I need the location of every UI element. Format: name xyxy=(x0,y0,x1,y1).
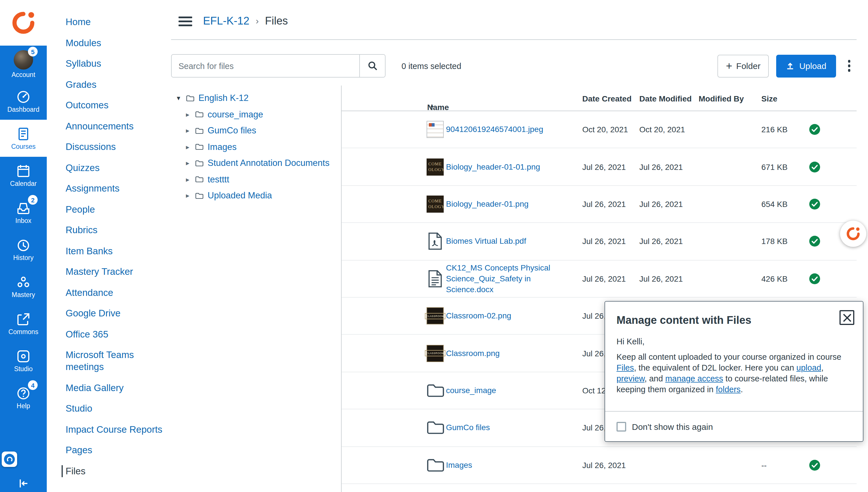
nav-account[interactable]: 5 Account xyxy=(0,46,47,83)
course-nav-item[interactable]: Studio xyxy=(66,402,166,415)
column-header-modified-by[interactable]: Modified By xyxy=(699,94,744,103)
nav-commons[interactable]: Commons xyxy=(0,305,47,342)
file-name-link[interactable]: CK12_MS Concepts Physical Science_Quiz_S… xyxy=(446,263,578,295)
table-row[interactable]: CK12_MS Concepts Physical Science_Quiz_S… xyxy=(342,260,857,298)
tree-folder-label[interactable]: GumCo files xyxy=(208,126,256,136)
tree-folder-label[interactable]: course_image xyxy=(208,109,263,120)
tree-folder-label[interactable]: Images xyxy=(208,142,237,152)
course-nav-item[interactable]: Announcements xyxy=(66,120,166,132)
more-options-kebab-icon[interactable] xyxy=(842,54,857,77)
nav-history[interactable]: History xyxy=(0,231,47,268)
published-status-icon[interactable] xyxy=(809,161,820,172)
expand-triangle-icon[interactable]: ▸ xyxy=(186,110,194,119)
instructure-logo[interactable] xyxy=(0,0,47,46)
file-name-link[interactable]: Classroom-02.png xyxy=(446,311,578,321)
column-header-date-modified[interactable]: Date Modified xyxy=(639,94,692,103)
tree-folder-label[interactable]: testttt xyxy=(208,174,229,185)
file-name-link[interactable]: Classroom.png xyxy=(446,348,578,359)
tree-folder-label[interactable]: Student Annotation Documents xyxy=(208,158,329,169)
nav-mastery[interactable]: Mastery xyxy=(0,268,47,305)
tree-folder-item[interactable]: ▸ Images xyxy=(177,139,339,155)
course-nav-item[interactable]: Office 365 xyxy=(66,328,166,340)
column-header-date-created[interactable]: Date Created xyxy=(582,94,632,103)
course-nav-item[interactable]: Microsoft Teams meetings xyxy=(66,349,166,373)
expand-triangle-icon[interactable]: ▸ xyxy=(186,176,194,183)
course-nav-item[interactable]: Assignments xyxy=(66,182,166,194)
upload-button[interactable]: Upload xyxy=(776,54,836,77)
tree-folder-item[interactable]: ▸ Student Annotation Documents xyxy=(177,155,339,171)
nav-inbox[interactable]: 2 Inbox xyxy=(0,194,47,231)
search-button[interactable] xyxy=(359,55,385,77)
published-status-icon[interactable] xyxy=(809,124,820,135)
folder-icon xyxy=(195,143,203,151)
dialog-text-segment[interactable]: folders xyxy=(716,385,741,394)
search-input[interactable] xyxy=(172,55,359,77)
dialog-text-segment[interactable]: Files xyxy=(617,363,634,372)
file-name-link[interactable]: GumCo files xyxy=(446,422,578,433)
file-name-link[interactable]: Biomes Virtual Lab.pdf xyxy=(446,236,578,247)
course-nav-item[interactable]: Attendance xyxy=(66,287,166,298)
floating-helper-widget[interactable] xyxy=(840,221,866,247)
course-nav-item[interactable]: Mastery Tracker xyxy=(66,266,166,278)
course-nav-item[interactable]: Syllabus xyxy=(66,57,166,70)
published-status-icon[interactable] xyxy=(809,236,820,247)
expand-triangle-icon[interactable]: ▸ xyxy=(186,159,194,167)
course-nav-item[interactable]: Pages xyxy=(66,444,166,456)
size-cell: 178 KB xyxy=(761,237,788,246)
course-nav-item[interactable]: Grades xyxy=(66,78,166,90)
table-row[interactable] xyxy=(342,484,857,492)
course-nav-item[interactable]: Files xyxy=(62,465,166,477)
expand-triangle-icon[interactable]: ▸ xyxy=(186,143,194,151)
collapse-global-nav[interactable] xyxy=(0,478,47,489)
published-status-icon[interactable] xyxy=(809,273,820,284)
table-row[interactable]: 904120619246574001.jpeg Oct 20, 2021 Oct… xyxy=(342,111,857,148)
dialog-text-segment[interactable]: upload xyxy=(796,363,821,372)
table-row[interactable]: COMEOLOGY xyxy=(342,148,857,186)
course-nav-item[interactable]: Google Drive xyxy=(66,307,166,319)
expand-triangle-icon[interactable]: ▸ xyxy=(186,127,194,135)
nav-help[interactable]: 4 Help xyxy=(0,379,47,416)
course-nav-item[interactable]: Modules xyxy=(66,37,166,49)
dialog-text-segment[interactable]: manage access xyxy=(665,374,723,383)
course-nav-item[interactable]: Outcomes xyxy=(66,99,166,111)
nav-studio[interactable]: Studio xyxy=(0,342,47,379)
file-name-link[interactable]: 904120619246574001.jpeg xyxy=(446,124,578,135)
tree-folder-label[interactable]: Uploaded Media xyxy=(208,191,272,201)
file-name-link[interactable]: course_image xyxy=(446,385,578,396)
course-nav-item[interactable]: Quizzes xyxy=(66,162,166,174)
file-name-link[interactable]: Biology_header-01-01.png xyxy=(446,161,578,172)
file-name-link[interactable]: Images xyxy=(446,460,578,470)
file-name-link[interactable]: Biology_header-01.png xyxy=(446,199,578,210)
tree-folder-item[interactable]: ▸ Uploaded Media xyxy=(177,188,339,204)
breadcrumb-course-link[interactable]: EFL-K-12 xyxy=(203,15,249,27)
tree-root-label[interactable]: English K-12 xyxy=(198,93,249,103)
nav-courses[interactable]: Courses xyxy=(0,120,47,157)
hamburger-menu-icon[interactable] xyxy=(178,17,192,26)
tree-folder-item[interactable]: ▸ testttt xyxy=(177,171,339,188)
course-nav-item[interactable]: Media Gallery xyxy=(66,382,166,394)
table-row[interactable]: COMEOLOGY xyxy=(342,186,857,223)
course-nav-item[interactable]: Home xyxy=(66,16,166,28)
dont-show-again-checkbox[interactable] xyxy=(617,422,626,431)
table-row[interactable]: Biomes Virtual Lab.pdf Jul 26, 2021 Jul … xyxy=(342,223,857,260)
collapse-triangle-icon[interactable]: ▾ xyxy=(177,94,185,102)
course-nav-item[interactable]: Impact Course Reports xyxy=(66,423,166,435)
course-nav-item[interactable]: Discussions xyxy=(66,141,166,153)
course-nav-item[interactable]: People xyxy=(66,203,166,215)
table-row[interactable]: Images Jul 26, 2021 -- xyxy=(342,447,857,484)
tree-folder-item[interactable]: ▸ course_image xyxy=(177,106,339,123)
column-header-size[interactable]: Size xyxy=(761,94,777,103)
published-status-icon[interactable] xyxy=(809,199,820,210)
nav-calendar[interactable]: Calendar xyxy=(0,157,47,194)
tree-root-folder[interactable]: ▾ English K-12 xyxy=(177,90,339,106)
expand-triangle-icon[interactable]: ▸ xyxy=(186,192,194,200)
nav-dashboard[interactable]: Dashboard xyxy=(0,83,47,120)
tree-folder-item[interactable]: ▸ GumCo files xyxy=(177,123,339,139)
close-icon[interactable] xyxy=(840,310,854,325)
dialog-text-segment[interactable]: preview xyxy=(617,374,645,383)
add-folder-button[interactable]: + Folder xyxy=(718,54,769,77)
impact-widget[interactable] xyxy=(2,451,17,467)
published-status-icon[interactable] xyxy=(809,460,820,470)
course-nav-item[interactable]: Item Banks xyxy=(66,245,166,257)
course-nav-item[interactable]: Rubrics xyxy=(66,224,166,236)
